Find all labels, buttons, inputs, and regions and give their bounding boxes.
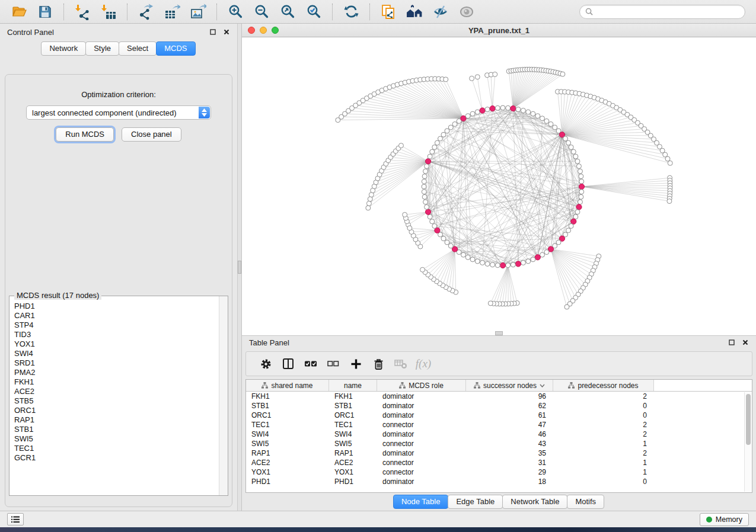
export-table-button[interactable] bbox=[162, 2, 182, 21]
network-hub-node[interactable] bbox=[425, 159, 430, 164]
import-network-button[interactable] bbox=[72, 2, 92, 21]
table-cell[interactable]: dominator bbox=[377, 477, 466, 486]
table-cell[interactable]: dominator bbox=[377, 430, 466, 438]
column-header-name[interactable]: name bbox=[329, 380, 377, 391]
tab-node-table[interactable]: Node Table bbox=[393, 495, 449, 509]
network-node[interactable] bbox=[665, 156, 670, 161]
splitter-grip[interactable] bbox=[238, 261, 241, 274]
table-cell[interactable]: 0 bbox=[553, 402, 654, 410]
maximize-window-button[interactable] bbox=[272, 27, 279, 34]
table-cell[interactable]: 1 bbox=[553, 440, 654, 448]
table-cell[interactable]: connector bbox=[377, 468, 466, 476]
network-node[interactable] bbox=[564, 305, 569, 309]
mcds-result-item[interactable]: ORC1 bbox=[14, 406, 219, 415]
table-cell[interactable]: 18 bbox=[466, 477, 553, 486]
table-cell[interactable]: connector bbox=[377, 459, 466, 467]
show-all-button[interactable] bbox=[404, 2, 425, 21]
network-node[interactable] bbox=[531, 257, 535, 262]
network-node[interactable] bbox=[526, 110, 531, 114]
tab-style[interactable]: Style bbox=[85, 41, 119, 56]
network-hub-node[interactable] bbox=[480, 108, 485, 113]
network-node[interactable] bbox=[407, 226, 412, 230]
network-hub-node[interactable] bbox=[500, 262, 505, 268]
hide-selected-button[interactable] bbox=[430, 2, 451, 21]
network-node[interactable] bbox=[556, 240, 561, 245]
network-node[interactable] bbox=[423, 200, 428, 204]
search-input[interactable] bbox=[596, 8, 739, 16]
table-cell[interactable]: 96 bbox=[466, 392, 553, 400]
create-column-button[interactable] bbox=[344, 354, 367, 374]
network-node[interactable] bbox=[403, 212, 407, 217]
network-node[interactable] bbox=[521, 108, 525, 113]
table-cell[interactable]: dominator bbox=[377, 449, 466, 457]
network-node[interactable] bbox=[544, 118, 549, 123]
table-cell[interactable]: 2 bbox=[553, 392, 654, 400]
table-cell[interactable]: 43 bbox=[466, 440, 553, 448]
float-panel-icon[interactable] bbox=[209, 28, 216, 36]
network-node[interactable] bbox=[667, 199, 672, 204]
table-cell[interactable]: ACE2 bbox=[329, 459, 377, 467]
vertical-splitter[interactable] bbox=[237, 24, 242, 511]
network-node[interactable] bbox=[511, 262, 515, 267]
network-node[interactable] bbox=[448, 243, 453, 248]
table-cell[interactable]: 62 bbox=[466, 402, 553, 410]
network-node[interactable] bbox=[445, 240, 449, 245]
zoom-selected-button[interactable] bbox=[304, 2, 324, 21]
table-cell[interactable]: YOX1 bbox=[329, 468, 377, 476]
network-node[interactable] bbox=[445, 129, 449, 133]
network-node[interactable] bbox=[470, 111, 475, 116]
function-builder-button[interactable]: f(x) bbox=[412, 354, 435, 374]
network-node[interactable] bbox=[420, 267, 425, 272]
close-table-panel-icon[interactable] bbox=[742, 339, 749, 346]
mcds-result-item[interactable]: STB1 bbox=[14, 425, 219, 434]
network-node[interactable] bbox=[566, 228, 571, 233]
network-node[interactable] bbox=[560, 72, 565, 76]
network-node[interactable] bbox=[422, 179, 426, 184]
table-cell[interactable]: STB1 bbox=[329, 402, 377, 410]
network-window-titlebar[interactable]: YPA_prune.txt_1 bbox=[242, 24, 756, 37]
table-row[interactable]: FKH1FKH1dominator962 bbox=[246, 392, 752, 401]
column-header-predecessor-nodes[interactable]: predecessor nodes bbox=[553, 380, 654, 391]
network-node[interactable] bbox=[422, 184, 426, 189]
network-node[interactable] bbox=[521, 260, 525, 265]
network-node[interactable] bbox=[441, 132, 446, 137]
network-node[interactable] bbox=[485, 261, 490, 266]
network-node[interactable] bbox=[423, 169, 428, 174]
table-cell[interactable]: FKH1 bbox=[329, 392, 377, 400]
network-hub-node[interactable] bbox=[511, 106, 516, 111]
table-cell[interactable]: 29 bbox=[466, 468, 553, 476]
network-node[interactable] bbox=[430, 149, 435, 154]
tab-edge-table[interactable]: Edge Table bbox=[448, 495, 503, 509]
network-node[interactable] bbox=[579, 194, 583, 199]
table-cell[interactable]: dominator bbox=[377, 402, 466, 410]
network-node[interactable] bbox=[452, 121, 457, 126]
network-node[interactable] bbox=[531, 111, 535, 116]
network-hub-node[interactable] bbox=[535, 255, 540, 260]
table-cell[interactable]: connector bbox=[377, 421, 466, 429]
table-row[interactable]: SWI4SWI4dominator462 bbox=[246, 430, 752, 439]
network-node[interactable] bbox=[495, 263, 500, 268]
table-cell[interactable]: 0 bbox=[553, 411, 654, 419]
network-node[interactable] bbox=[398, 143, 403, 148]
network-node[interactable] bbox=[475, 259, 480, 264]
network-node[interactable] bbox=[432, 224, 437, 229]
table-cell[interactable]: ACE2 bbox=[246, 459, 329, 467]
export-network-button[interactable] bbox=[136, 2, 156, 21]
network-node[interactable] bbox=[506, 263, 511, 268]
mcds-result-item[interactable]: FKH1 bbox=[14, 377, 219, 387]
mcds-result-item[interactable]: SWI5 bbox=[14, 434, 219, 444]
network-node[interactable] bbox=[485, 107, 490, 112]
network-node[interactable] bbox=[428, 154, 432, 159]
table-cell[interactable]: TEC1 bbox=[329, 421, 377, 429]
mcds-result-item[interactable]: STB5 bbox=[14, 396, 219, 406]
search-field[interactable] bbox=[579, 5, 745, 19]
network-node[interactable] bbox=[544, 250, 549, 255]
network-view[interactable] bbox=[242, 37, 756, 335]
horizontal-splitter-grip[interactable] bbox=[495, 331, 503, 335]
mcds-result-item[interactable]: SRD1 bbox=[14, 358, 219, 368]
refresh-button[interactable] bbox=[341, 2, 361, 21]
mcds-list-scrollbar[interactable] bbox=[219, 296, 228, 495]
table-cell[interactable]: STB1 bbox=[246, 402, 329, 410]
tab-network-table[interactable]: Network Table bbox=[502, 495, 567, 509]
tab-select[interactable]: Select bbox=[119, 41, 157, 56]
